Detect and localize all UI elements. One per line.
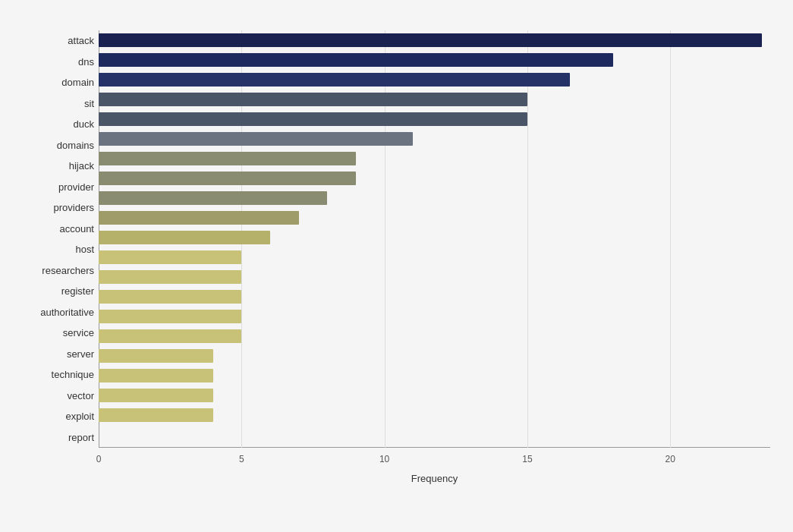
bar-row — [99, 209, 770, 226]
bar-row — [99, 367, 770, 384]
y-label: vector — [15, 386, 99, 405]
y-label: host — [15, 241, 99, 259]
bar — [99, 53, 613, 67]
bar — [99, 290, 241, 304]
bar — [99, 310, 241, 323]
y-label: provider — [15, 178, 99, 196]
y-label: duck — [15, 115, 99, 134]
x-tick: 15 — [522, 454, 532, 464]
x-axis: 05101520Frequency — [99, 448, 770, 471]
x-tick: 10 — [379, 454, 389, 464]
y-label: sit — [15, 94, 99, 112]
bar-row — [99, 407, 770, 423]
bar-row — [99, 249, 770, 266]
bar-row — [99, 348, 770, 364]
y-label: authoritative — [15, 303, 99, 321]
y-label: domain — [15, 74, 99, 92]
bar — [99, 132, 413, 146]
y-label: exploit — [15, 408, 99, 426]
bar — [99, 191, 327, 205]
x-tick: 0 — [96, 454, 102, 464]
bar-row — [99, 288, 770, 305]
bar-row — [99, 32, 770, 49]
bar — [99, 172, 356, 185]
y-label: account — [15, 219, 99, 238]
y-label: technique — [15, 366, 99, 384]
bar — [99, 33, 762, 47]
bar-row — [99, 71, 770, 88]
bar-row — [99, 52, 770, 68]
y-label: report — [15, 428, 99, 446]
bar-row — [99, 91, 770, 108]
x-axis-label: Frequency — [411, 473, 458, 484]
y-label: service — [15, 324, 99, 342]
bar-row — [99, 170, 770, 187]
chart-container: attackdnsdomainsitduckdomainshijackprovi… — [0, 0, 793, 532]
y-label: researchers — [15, 261, 99, 279]
bar — [99, 231, 270, 244]
bar — [99, 73, 570, 87]
y-label: providers — [15, 199, 99, 217]
bar-row — [99, 229, 770, 246]
bar-row — [99, 131, 770, 147]
bar — [99, 389, 213, 402]
bar-row — [99, 111, 770, 127]
y-label: attack — [15, 32, 99, 50]
bar — [99, 93, 527, 106]
y-label: register — [15, 282, 99, 301]
bar-row — [99, 387, 770, 404]
y-label: domains — [15, 136, 99, 154]
plot-area: 05101520Frequency — [99, 30, 770, 471]
x-tick: 20 — [666, 454, 675, 464]
bar — [99, 270, 241, 284]
y-label: dns — [15, 52, 99, 71]
bar — [99, 112, 527, 126]
bar-row — [99, 328, 770, 345]
x-tick: 5 — [239, 454, 244, 464]
bar-row — [99, 150, 770, 167]
y-label: server — [15, 345, 99, 363]
bar-row — [99, 308, 770, 325]
bar — [99, 369, 213, 382]
bar — [99, 250, 241, 264]
bar — [99, 152, 356, 165]
bar-row — [99, 190, 770, 206]
bar-row — [99, 269, 770, 285]
bar — [99, 408, 213, 422]
bar — [99, 329, 241, 343]
bar — [99, 211, 299, 225]
y-axis: attackdnsdomainsitduckdomainshijackprovi… — [15, 30, 99, 471]
chart-area: attackdnsdomainsitduckdomainshijackprovi… — [15, 30, 770, 471]
y-label: hijack — [15, 157, 99, 175]
bar — [99, 349, 213, 363]
